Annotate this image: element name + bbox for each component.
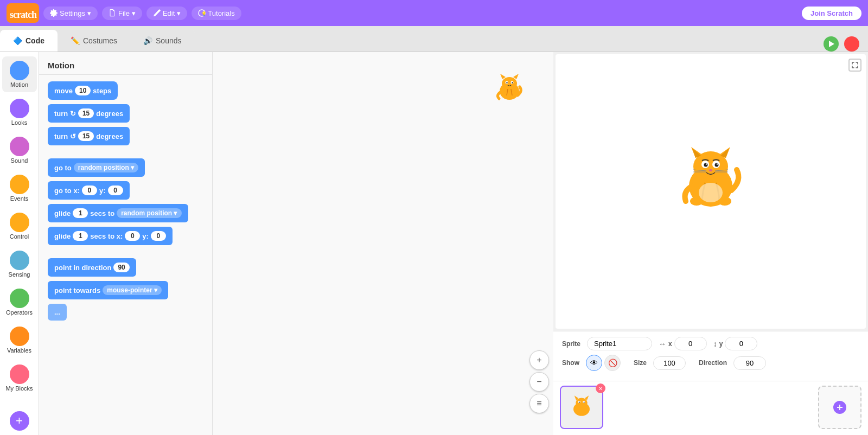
settings-chevron: ▾ xyxy=(87,9,91,17)
sounds-icon: 🔊 xyxy=(143,36,152,45)
sidebar-item-events[interactable]: Events xyxy=(2,170,37,206)
sprite-thumb-1[interactable]: ✕ xyxy=(560,386,603,429)
canvas-scroll-controls: + − ≡ xyxy=(529,350,549,413)
variables-circle xyxy=(10,327,29,346)
sprite-panel: ✕ xyxy=(553,381,868,435)
block-goto-xy-x[interactable]: 0 xyxy=(82,185,97,195)
gap2 xyxy=(48,250,203,254)
sprite-props: Sprite ↔ x ↕ y Show 👁 🚫 xyxy=(553,331,868,381)
sprite-x-group: ↔ x xyxy=(659,337,707,350)
block-glide-xy-y[interactable]: 0 xyxy=(151,231,166,241)
size-label: Size xyxy=(634,359,647,367)
block-glide1-text: glide xyxy=(54,209,71,218)
control-label: Control xyxy=(10,233,29,240)
variables-label: Variables xyxy=(7,347,31,354)
block-goto-xy[interactable]: go to x: 0 y: 0 xyxy=(48,181,130,200)
show-label: Show xyxy=(562,359,579,367)
sprite-name-row: Sprite ↔ x ↕ y xyxy=(562,337,859,350)
block-turn-ccw-input[interactable]: 15 xyxy=(78,131,94,141)
zoom-in-button[interactable]: + xyxy=(529,350,549,370)
block-point-dir-text: point in direction xyxy=(54,264,111,272)
tutorials-button[interactable]: 💡 Tutorials xyxy=(192,7,241,20)
block-point-towards-dropdown[interactable]: mouse-pointer ▾ xyxy=(103,285,162,295)
block-move-text2: steps xyxy=(93,87,111,95)
block-glide1[interactable]: glide 1 secs to random position ▾ xyxy=(48,204,188,222)
block-goto-dropdown[interactable]: random position ▾ xyxy=(74,163,138,172)
sprite-size-input[interactable] xyxy=(653,356,686,370)
settings-button[interactable]: Settings ▾ xyxy=(43,7,98,20)
add-sprite-button[interactable] xyxy=(818,386,861,429)
red-stop-button[interactable] xyxy=(844,36,859,52)
canvas-menu-button[interactable]: ≡ xyxy=(529,394,549,413)
sidebar-item-sound[interactable]: Sound xyxy=(2,132,37,168)
edit-button[interactable]: Edit ▾ xyxy=(146,7,187,20)
y-arrows-icon: ↕ xyxy=(713,340,717,348)
block-goto-text: go to xyxy=(54,164,72,172)
block-turn-cw-text2: degrees xyxy=(96,110,123,118)
svg-point-27 xyxy=(709,169,712,171)
block-glide-xy[interactable]: glide 1 secs to x: 0 y: 0 xyxy=(48,227,173,245)
sprite-y-group: ↕ y xyxy=(713,337,758,350)
edit-label: Edit xyxy=(163,9,175,17)
block-partial-text: ... xyxy=(54,308,60,316)
block-glide-xy-text: glide xyxy=(54,232,71,240)
block-partial[interactable]: ... xyxy=(48,304,67,321)
add-extension-button[interactable]: + xyxy=(10,411,29,431)
top-nav: scratch Settings ▾ File ▾ Edit ▾ 💡 Tutor… xyxy=(0,0,868,26)
svg-point-24 xyxy=(715,163,719,167)
file-button[interactable]: File ▾ xyxy=(102,7,142,20)
show-hidden-button[interactable]: 🚫 xyxy=(604,355,621,371)
block-turn-ccw-text2: degrees xyxy=(96,132,123,140)
block-glide-xy-input1[interactable]: 1 xyxy=(73,231,88,241)
block-glide-xy-x[interactable]: 0 xyxy=(125,231,140,241)
block-glide-xy-text2: secs to x: xyxy=(90,232,123,240)
blocks-panel: Motion move 10 steps turn ↻ 15 degrees t… xyxy=(39,52,213,435)
block-turn-ccw[interactable]: turn ↺ 15 degrees xyxy=(48,127,130,145)
block-point-towards-text: point towards xyxy=(54,286,100,295)
block-move[interactable]: move 10 steps xyxy=(48,81,118,100)
sprite-name-input[interactable] xyxy=(587,337,652,350)
sidebar-item-motion[interactable]: Motion xyxy=(2,56,37,92)
motion-label: Motion xyxy=(10,81,28,88)
sprite-x-input[interactable] xyxy=(674,337,707,350)
sidebar-item-operators[interactable]: Operators xyxy=(2,284,37,320)
block-glide1-dropdown[interactable]: random position ▾ xyxy=(117,208,181,218)
sidebar-item-looks[interactable]: Looks xyxy=(2,94,37,130)
looks-circle xyxy=(10,99,29,118)
costumes-icon: ✏️ xyxy=(71,36,80,45)
code-icon: 🔷 xyxy=(13,36,22,45)
stage-expand-button[interactable] xyxy=(848,59,861,72)
tab-code[interactable]: 🔷 Code xyxy=(0,30,58,52)
show-visible-button[interactable]: 👁 xyxy=(586,355,602,371)
join-scratch-button[interactable]: Join Scratch xyxy=(802,7,861,20)
block-glide1-input[interactable]: 1 xyxy=(73,208,88,218)
scratch-logo: scratch xyxy=(7,3,39,23)
block-goto[interactable]: go to random position ▾ xyxy=(48,158,145,177)
stage-area xyxy=(556,54,866,329)
block-move-input[interactable]: 10 xyxy=(75,86,91,95)
block-point-dir-input[interactable]: 90 xyxy=(113,263,129,272)
direction-label: Direction xyxy=(699,359,727,367)
sidebar-item-variables[interactable]: Variables xyxy=(2,322,37,358)
block-point-towards[interactable]: point towards mouse-pointer ▾ xyxy=(48,281,168,299)
sprite-delete-button[interactable]: ✕ xyxy=(596,383,605,393)
sprite-label: Sprite xyxy=(562,340,580,348)
tab-sounds[interactable]: 🔊 Sounds xyxy=(130,30,194,52)
file-chevron: ▾ xyxy=(132,9,136,17)
block-goto-xy-y[interactable]: 0 xyxy=(108,185,123,195)
block-turn-cw[interactable]: turn ↻ 15 degrees xyxy=(48,104,130,123)
tab-costumes[interactable]: ✏️ Costumes xyxy=(58,30,130,52)
sprite-y-input[interactable] xyxy=(725,337,757,350)
block-goto-xy-text: go to x: xyxy=(54,187,80,195)
block-turn-cw-input[interactable]: 15 xyxy=(78,108,94,118)
sidebar-item-myblocks[interactable]: My Blocks xyxy=(2,360,37,396)
block-point-dir[interactable]: point in direction 90 xyxy=(48,258,136,277)
operators-label: Operators xyxy=(6,309,33,316)
sprite-direction-input[interactable] xyxy=(733,356,766,370)
green-flag-button[interactable] xyxy=(824,36,839,52)
edit-chevron: ▾ xyxy=(177,9,181,17)
zoom-out-button[interactable]: − xyxy=(529,372,549,392)
block-turn-ccw-text: turn ↺ xyxy=(54,132,76,140)
sidebar-item-sensing[interactable]: Sensing xyxy=(2,246,37,282)
sidebar-item-control[interactable]: Control xyxy=(2,208,37,244)
